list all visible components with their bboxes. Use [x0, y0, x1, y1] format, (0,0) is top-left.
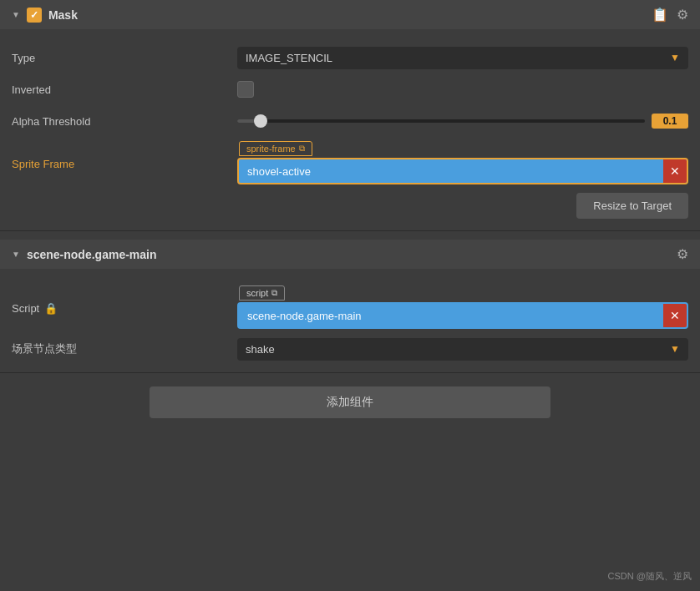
- scene-type-dropdown[interactable]: shake ▼: [237, 338, 688, 361]
- sprite-frame-value-container: sprite-frame ⧉ ✕: [237, 158, 688, 184]
- alpha-threshold-slider-thumb[interactable]: [254, 114, 267, 128]
- script-input-row: ✕: [239, 304, 687, 327]
- script-container: script ⧉ ✕: [237, 302, 688, 329]
- script-row: Script 🔒 script ⧉ ✕: [12, 285, 688, 329]
- inverted-label: Inverted: [12, 83, 237, 96]
- sprite-frame-external-link-icon[interactable]: ⧉: [299, 144, 305, 154]
- mask-section-header[interactable]: ▼ ✓ Mask 📋 ⚙: [0, 0, 700, 29]
- type-value-container: IMAGE_STENCIL ▼: [237, 47, 688, 69]
- type-row: Type IMAGE_STENCIL ▼: [12, 46, 688, 69]
- mask-book-icon[interactable]: 📋: [652, 7, 668, 23]
- inverted-value-container: [237, 81, 688, 98]
- resize-to-target-button[interactable]: Resize to Target: [576, 193, 688, 219]
- alpha-threshold-value-container: 0.1: [237, 114, 688, 129]
- type-label: Type: [12, 52, 237, 64]
- script-section-header[interactable]: ▼ scene-node.game-main ⚙: [0, 240, 700, 269]
- mask-section-content: Type IMAGE_STENCIL ▼ Inverted Alpha Thre…: [0, 29, 700, 231]
- scene-type-value-container: shake ▼: [237, 338, 688, 361]
- add-component-row: 添加组件: [0, 373, 700, 432]
- sprite-frame-clear-icon: ✕: [670, 164, 680, 178]
- sprite-frame-input[interactable]: [239, 160, 663, 183]
- script-label: Script 🔒: [12, 302, 237, 315]
- mask-settings-icon[interactable]: ⚙: [677, 7, 688, 23]
- script-clear-icon: ✕: [670, 309, 680, 322]
- script-settings-icon[interactable]: ⚙: [677, 246, 688, 262]
- mask-title: Mask: [48, 8, 78, 22]
- sprite-frame-clear-button[interactable]: ✕: [663, 159, 687, 183]
- properties-panel: ▼ ✓ Mask 📋 ⚙ Type IMAGE_STENCIL ▼ Invert…: [0, 0, 700, 432]
- resize-row: Resize to Target: [12, 193, 688, 219]
- script-title: scene-node.game-main: [27, 248, 157, 261]
- alpha-threshold-label: Alpha Threshold: [12, 115, 237, 128]
- script-external-link-icon[interactable]: ⧉: [271, 288, 277, 298]
- add-component-button[interactable]: 添加组件: [150, 386, 550, 418]
- alpha-threshold-slider-track[interactable]: [237, 119, 645, 123]
- scene-type-dropdown-value: shake: [246, 343, 275, 356]
- watermark: CSDN @随风、逆风: [608, 570, 692, 583]
- sprite-frame-label: Sprite Frame: [12, 158, 237, 170]
- script-clear-button[interactable]: ✕: [663, 304, 687, 327]
- script-header-icons: ⚙: [677, 246, 688, 262]
- sprite-frame-tag: sprite-frame ⧉: [239, 141, 312, 156]
- sprite-frame-container: sprite-frame ⧉ ✕: [237, 158, 688, 184]
- mask-enabled-checkbox[interactable]: ✓: [27, 8, 42, 23]
- sprite-frame-row: Sprite Frame sprite-frame ⧉ ✕: [12, 141, 688, 184]
- script-section-content: Script 🔒 script ⧉ ✕: [0, 269, 700, 373]
- script-input[interactable]: [239, 305, 663, 327]
- scene-type-label: 场景节点类型: [12, 341, 237, 356]
- type-dropdown[interactable]: IMAGE_STENCIL ▼: [237, 47, 688, 69]
- inverted-checkbox[interactable]: [237, 81, 254, 98]
- script-value-container: script ⧉ ✕: [237, 302, 688, 329]
- script-header-left: ▼ scene-node.game-main: [12, 248, 157, 261]
- mask-chevron-icon: ▼: [12, 10, 20, 19]
- alpha-threshold-row: Alpha Threshold 0.1: [12, 109, 688, 133]
- mask-header-icons: 📋 ⚙: [652, 7, 688, 23]
- type-dropdown-value: IMAGE_STENCIL: [246, 52, 332, 64]
- mask-header-left: ▼ ✓ Mask: [12, 8, 78, 23]
- script-lock-icon: 🔒: [44, 302, 58, 315]
- type-dropdown-arrow-icon: ▼: [670, 52, 680, 63]
- alpha-threshold-value[interactable]: 0.1: [652, 114, 688, 129]
- script-tag: script ⧉: [239, 285, 285, 301]
- scene-type-row: 场景节点类型 shake ▼: [12, 337, 688, 361]
- checkbox-check-icon: ✓: [30, 9, 38, 21]
- alpha-threshold-slider-container: 0.1: [237, 114, 688, 129]
- script-chevron-icon: ▼: [12, 250, 20, 259]
- sprite-frame-input-row: ✕: [239, 159, 687, 183]
- inverted-row: Inverted: [12, 78, 688, 101]
- script-field-label: Script: [12, 302, 39, 315]
- scene-type-dropdown-arrow-icon: ▼: [670, 343, 680, 355]
